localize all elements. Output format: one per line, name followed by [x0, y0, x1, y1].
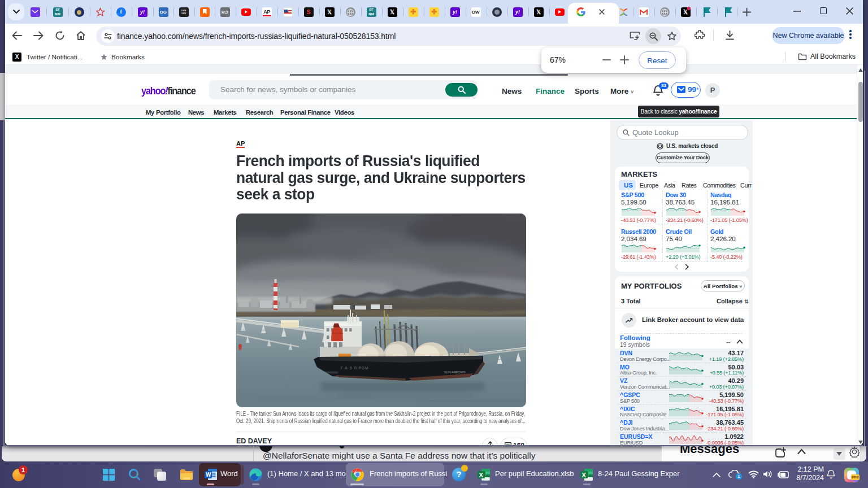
svg-text:Г А З П РОМ: Г А З П РОМ: [341, 366, 368, 370]
svg-text:W: W: [206, 472, 211, 478]
svg-text:X: X: [479, 472, 484, 478]
svg-text:X: X: [582, 472, 587, 478]
svg-text:SUN ARROWS: SUN ARROWS: [444, 371, 466, 374]
